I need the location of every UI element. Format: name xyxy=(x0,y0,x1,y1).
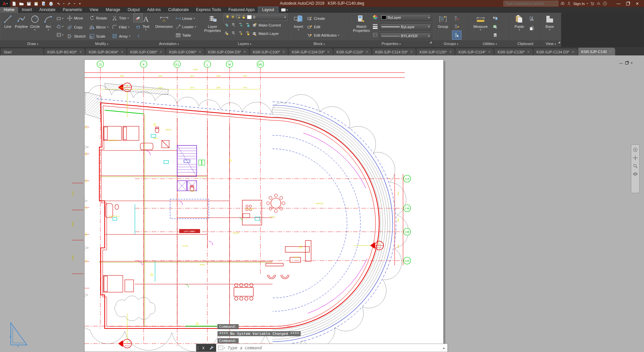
autodesk-account-icon[interactable] xyxy=(596,1,601,6)
file-tab-close-icon[interactable]: ✕ xyxy=(527,50,530,54)
properties-launcher-icon[interactable]: ◢ xyxy=(430,39,432,46)
edit-attributes-button[interactable]: Edit Attributes▾ xyxy=(307,31,339,39)
array-button[interactable]: Array▾ xyxy=(112,32,133,40)
drawing-minimize-button[interactable]: — xyxy=(619,61,623,65)
measure-button[interactable]: Measure▾ xyxy=(471,14,490,40)
scale-button[interactable]: Scale xyxy=(89,32,111,40)
match-properties-button[interactable]: Match Properties xyxy=(351,14,372,40)
file-tab-close-icon[interactable]: ✕ xyxy=(609,50,612,53)
file-tab[interactable]: KSR-SJP-C100*✕ xyxy=(250,48,288,55)
linear-button[interactable]: Linear▾ xyxy=(176,14,196,23)
drawing-close-button[interactable]: × xyxy=(631,61,633,65)
dimension-button[interactable]: Dimension xyxy=(153,14,175,40)
file-tab[interactable]: KSR-SJP-C120*✕ xyxy=(416,48,455,55)
file-tab[interactable]: KSR-SJP-C094 D3*✕ xyxy=(205,48,249,55)
sign-in-caret-icon[interactable]: ▾ xyxy=(587,2,588,5)
minimize-button[interactable]: — xyxy=(614,0,623,7)
pan-icon[interactable] xyxy=(633,156,638,160)
command-bar-close-button[interactable]: X xyxy=(200,344,207,352)
drawing-canvas[interactable]: J1KK1LMM111A13A13B14A xyxy=(0,55,644,352)
color-dropdown[interactable]: ByLayer▾ xyxy=(380,14,431,21)
search-binoculars-icon[interactable] xyxy=(560,1,565,6)
ribbon-tab-express-tools[interactable]: Express Tools xyxy=(192,7,225,13)
ellipse-tool-button[interactable]: ▾ xyxy=(55,23,64,31)
ribbon-tab-add-ins[interactable]: Add-ins xyxy=(143,7,164,13)
arc-button[interactable]: Arc▾ xyxy=(42,14,55,40)
panel-label-view[interactable]: View ▾◢ xyxy=(540,40,561,47)
file-tab[interactable]: KSR-SJP-C090*✕ xyxy=(166,48,204,55)
app-store-cart-icon[interactable] xyxy=(590,1,594,6)
search-input[interactable] xyxy=(503,1,558,6)
move-button[interactable]: Move xyxy=(67,14,89,22)
layer-viewport-icon[interactable] xyxy=(236,15,240,19)
ribbon-tab-view[interactable]: View xyxy=(86,7,102,13)
file-tab[interactable]: KSR-SJP-BC403*✕ xyxy=(44,48,85,55)
layer-unlock-icon[interactable] xyxy=(242,15,246,19)
panel-label-properties[interactable]: Properties ▾◢ xyxy=(350,40,433,47)
customize-wrench-icon[interactable] xyxy=(207,344,216,352)
circle-button[interactable]: Circle▾ xyxy=(29,14,41,40)
redo-icon[interactable] xyxy=(66,1,72,7)
file-tab-close-icon[interactable]: ✕ xyxy=(282,50,285,54)
panel-label-groups[interactable]: Groups ▾ xyxy=(433,40,469,47)
panel-label-utilities[interactable]: Utilities ▾ xyxy=(469,40,510,47)
file-tab-close-icon[interactable]: ✕ xyxy=(79,50,82,54)
command-bar-grip[interactable] xyxy=(196,344,200,352)
command-prompt-icon[interactable]: >_▾ xyxy=(218,346,225,350)
group-button[interactable]: Group xyxy=(434,14,452,40)
fillet-button[interactable]: Fillet▾ xyxy=(112,23,133,31)
file-tab[interactable]: KSR-SJP-BC404*✕ xyxy=(86,48,126,55)
layer-unlock-button[interactable] xyxy=(245,31,250,37)
panel-label-draw[interactable]: Draw ▾ xyxy=(0,40,65,47)
file-tab-close-icon[interactable]: ✕ xyxy=(572,50,574,54)
panel-label-modify[interactable]: Modify ▾ xyxy=(66,40,137,47)
match-layer-button[interactable]: Match Layer xyxy=(252,31,279,36)
panel-label-layers[interactable]: Layers ▾ xyxy=(200,40,289,47)
rectangle-tool-button[interactable]: ▾ xyxy=(55,14,64,23)
copy-button[interactable]: Copy xyxy=(67,23,89,31)
panel-label-annotation[interactable]: Annotation ▾ xyxy=(138,40,200,47)
edit-block-button[interactable]: Edit xyxy=(307,23,339,31)
layer-isolate-button[interactable] xyxy=(231,22,236,29)
file-tab[interactable]: KSR-SJP-C130*✕ xyxy=(494,48,533,55)
file-tab[interactable]: KSR-SJP-C114 D3*✕ xyxy=(372,48,416,55)
create-block-button[interactable]: Create xyxy=(307,14,339,23)
file-tab-close-icon[interactable]: ✕ xyxy=(365,50,368,54)
layer-thaw-sun-icon[interactable] xyxy=(231,15,235,19)
stretch-button[interactable]: Stretch xyxy=(67,32,89,40)
file-tab-close-icon[interactable]: ✕ xyxy=(410,50,413,54)
ribbon-tab-annotate[interactable]: Annotate xyxy=(36,7,59,13)
lineweight-dropdown[interactable]: ByLayer▾ xyxy=(380,24,431,30)
layer-off-button[interactable] xyxy=(224,22,229,29)
base-button[interactable]: Base▾ xyxy=(542,14,558,40)
linetype-dropdown[interactable]: BYLAYER▾ xyxy=(380,33,431,39)
ribbon-tab-output[interactable]: Output xyxy=(124,7,143,13)
close-button[interactable]: ✕ xyxy=(633,0,642,7)
layer-freeze-button[interactable] xyxy=(238,22,243,29)
file-tab[interactable]: KSR-SJP-C140✕ xyxy=(578,48,615,55)
quick-calc-button[interactable] xyxy=(491,31,500,39)
file-tab[interactable]: Start xyxy=(1,48,44,55)
ribbon-tab-manage[interactable]: Manage xyxy=(102,7,124,13)
ribbon-display-toggle[interactable]: ▾ xyxy=(278,7,291,13)
undo-dropdown-icon[interactable]: ▾ xyxy=(62,1,65,7)
ungroup-button[interactable] xyxy=(452,14,461,23)
file-tab-close-icon[interactable]: ✕ xyxy=(199,50,201,54)
file-tab-close-icon[interactable]: ✕ xyxy=(449,50,452,54)
table-button[interactable]: Table xyxy=(176,31,196,39)
zoom-icon[interactable] xyxy=(633,164,638,168)
new-file-icon[interactable] xyxy=(11,1,17,7)
ribbon-tab-featured-apps[interactable]: Featured Apps xyxy=(225,7,258,13)
file-tab-close-icon[interactable]: ✕ xyxy=(120,50,123,54)
layer-thaw-button[interactable] xyxy=(238,31,243,37)
group-edit-button[interactable] xyxy=(452,23,461,31)
autocad-logo-icon[interactable]: A▾ xyxy=(0,0,10,7)
panel-label-block[interactable]: Block ▾ xyxy=(289,40,349,47)
cut-button[interactable] xyxy=(527,14,536,23)
restore-button[interactable] xyxy=(623,0,633,7)
text-button[interactable]: AText▾ xyxy=(139,14,153,40)
insert-button[interactable]: Insert▾ xyxy=(290,14,306,40)
group-selection-toggle[interactable] xyxy=(452,31,461,39)
ribbon-tab-home[interactable]: Home xyxy=(0,7,18,13)
open-folder-icon[interactable] xyxy=(18,1,25,7)
